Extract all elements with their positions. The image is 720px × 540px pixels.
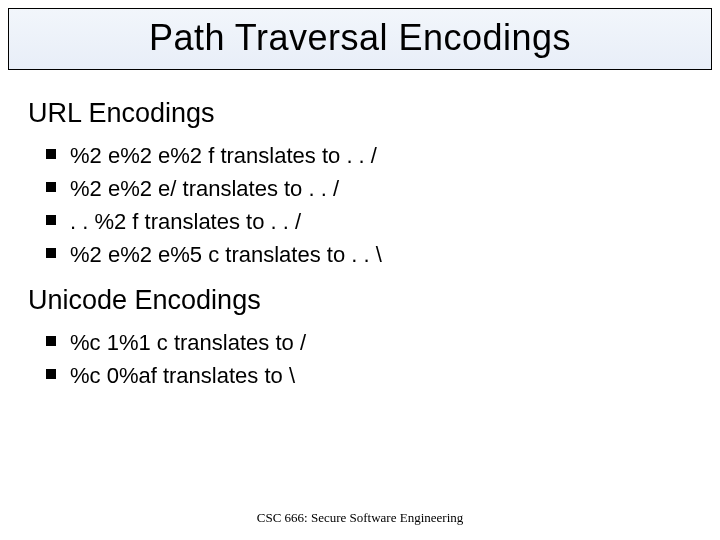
slide-title: Path Traversal Encodings xyxy=(9,17,711,59)
list-item: %c 1%1 c translates to / xyxy=(70,326,692,359)
unicode-encodings-list: %c 1%1 c translates to / %c 0%af transla… xyxy=(28,326,692,392)
bullet-icon xyxy=(46,248,56,258)
list-item: %2 e%2 e%5 c translates to . . \ xyxy=(70,238,692,271)
list-item-text: %c 1%1 c translates to / xyxy=(70,330,306,355)
list-item-text: %2 e%2 e%2 f translates to . . / xyxy=(70,143,377,168)
slide-footer: CSC 666: Secure Software Engineering xyxy=(0,510,720,526)
bullet-icon xyxy=(46,182,56,192)
url-encodings-list: %2 e%2 e%2 f translates to . . / %2 e%2 … xyxy=(28,139,692,271)
list-item-text: %2 e%2 e%5 c translates to . . \ xyxy=(70,242,382,267)
list-item: %2 e%2 e%2 f translates to . . / xyxy=(70,139,692,172)
bullet-icon xyxy=(46,149,56,159)
title-bar: Path Traversal Encodings xyxy=(8,8,712,70)
list-item-text: %2 e%2 e/ translates to . . / xyxy=(70,176,339,201)
list-item: . . %2 f translates to . . / xyxy=(70,205,692,238)
list-item-text: %c 0%af translates to \ xyxy=(70,363,295,388)
list-item: %c 0%af translates to \ xyxy=(70,359,692,392)
bullet-icon xyxy=(46,215,56,225)
list-item-text: . . %2 f translates to . . / xyxy=(70,209,301,234)
slide-content: URL Encodings %2 e%2 e%2 f translates to… xyxy=(0,70,720,392)
section-heading-unicode: Unicode Encodings xyxy=(28,285,692,316)
list-item: %2 e%2 e/ translates to . . / xyxy=(70,172,692,205)
bullet-icon xyxy=(46,336,56,346)
bullet-icon xyxy=(46,369,56,379)
section-heading-url: URL Encodings xyxy=(28,98,692,129)
